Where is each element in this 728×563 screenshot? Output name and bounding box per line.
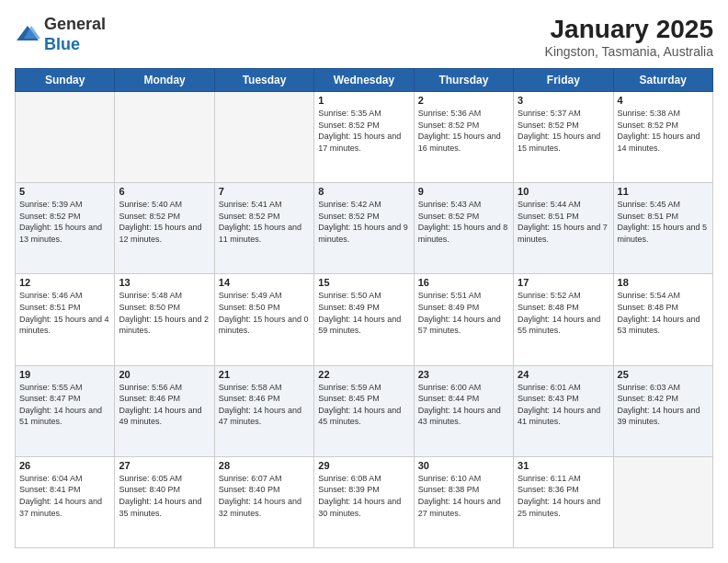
cell-day-number: 31 — [518, 460, 609, 471]
calendar-cell — [115, 92, 214, 183]
cell-info: Sunrise: 5:55 AM Sunset: 8:47 PM Dayligh… — [19, 382, 110, 428]
cell-info: Sunrise: 5:44 AM Sunset: 8:51 PM Dayligh… — [518, 199, 609, 245]
calendar-cell: 27Sunrise: 6:05 AM Sunset: 8:40 PM Dayli… — [115, 456, 214, 547]
cell-info: Sunrise: 6:07 AM Sunset: 8:40 PM Dayligh… — [219, 473, 310, 519]
cell-day-number: 5 — [19, 186, 110, 197]
calendar-cell: 5Sunrise: 5:39 AM Sunset: 8:52 PM Daylig… — [16, 183, 115, 274]
cell-info: Sunrise: 6:05 AM Sunset: 8:40 PM Dayligh… — [119, 473, 210, 519]
cell-info: Sunrise: 6:11 AM Sunset: 8:36 PM Dayligh… — [518, 473, 609, 519]
cell-day-number: 29 — [318, 460, 409, 471]
calendar-cell: 20Sunrise: 5:56 AM Sunset: 8:46 PM Dayli… — [115, 365, 214, 456]
calendar-cell: 4Sunrise: 5:38 AM Sunset: 8:52 PM Daylig… — [613, 92, 712, 183]
cell-day-number: 9 — [418, 186, 509, 197]
calendar-cell: 16Sunrise: 5:51 AM Sunset: 8:49 PM Dayli… — [414, 274, 513, 365]
calendar-cell: 24Sunrise: 6:01 AM Sunset: 8:43 PM Dayli… — [514, 365, 613, 456]
calendar-cell: 22Sunrise: 5:59 AM Sunset: 8:45 PM Dayli… — [314, 365, 414, 456]
calendar-cell: 29Sunrise: 6:08 AM Sunset: 8:39 PM Dayli… — [314, 456, 414, 547]
cell-info: Sunrise: 5:48 AM Sunset: 8:50 PM Dayligh… — [119, 290, 210, 336]
logo-general: General — [44, 15, 106, 33]
calendar-cell: 31Sunrise: 6:11 AM Sunset: 8:36 PM Dayli… — [514, 456, 613, 547]
calendar-cell: 18Sunrise: 5:54 AM Sunset: 8:48 PM Dayli… — [613, 274, 712, 365]
cell-day-number: 2 — [418, 95, 509, 106]
calendar-cell: 13Sunrise: 5:48 AM Sunset: 8:50 PM Dayli… — [115, 274, 214, 365]
cell-day-number: 4 — [618, 95, 709, 106]
cell-info: Sunrise: 5:59 AM Sunset: 8:45 PM Dayligh… — [318, 382, 409, 428]
cell-info: Sunrise: 5:35 AM Sunset: 8:52 PM Dayligh… — [318, 108, 409, 154]
calendar-week-3: 12Sunrise: 5:46 AM Sunset: 8:51 PM Dayli… — [16, 274, 713, 365]
cell-info: Sunrise: 5:42 AM Sunset: 8:52 PM Dayligh… — [318, 199, 409, 245]
cell-day-number: 21 — [219, 369, 310, 380]
day-headers: Sunday Monday Tuesday Wednesday Thursday… — [16, 69, 713, 92]
cell-info: Sunrise: 5:37 AM Sunset: 8:52 PM Dayligh… — [518, 108, 609, 154]
cell-info: Sunrise: 5:39 AM Sunset: 8:52 PM Dayligh… — [19, 199, 110, 245]
calendar-week-1: 1Sunrise: 5:35 AM Sunset: 8:52 PM Daylig… — [16, 92, 713, 183]
header-friday: Friday — [514, 69, 613, 92]
calendar-cell: 1Sunrise: 5:35 AM Sunset: 8:52 PM Daylig… — [314, 92, 414, 183]
cell-day-number: 7 — [219, 186, 310, 197]
cell-day-number: 25 — [618, 369, 709, 380]
cell-day-number: 24 — [518, 369, 609, 380]
cell-info: Sunrise: 5:54 AM Sunset: 8:48 PM Dayligh… — [618, 290, 709, 336]
calendar-cell: 2Sunrise: 5:36 AM Sunset: 8:52 PM Daylig… — [414, 92, 513, 183]
cell-info: Sunrise: 5:46 AM Sunset: 8:51 PM Dayligh… — [19, 290, 110, 336]
cell-day-number: 1 — [318, 95, 409, 106]
cell-info: Sunrise: 5:36 AM Sunset: 8:52 PM Dayligh… — [418, 108, 509, 154]
calendar-cell: 26Sunrise: 6:04 AM Sunset: 8:41 PM Dayli… — [16, 456, 115, 547]
page: General Blue January 2025 Kingston, Tasm… — [0, 0, 728, 563]
calendar-cell: 14Sunrise: 5:49 AM Sunset: 8:50 PM Dayli… — [214, 274, 313, 365]
cell-day-number: 27 — [119, 460, 210, 471]
calendar-cell — [16, 92, 115, 183]
cell-info: Sunrise: 5:51 AM Sunset: 8:49 PM Dayligh… — [418, 290, 509, 336]
calendar-cell — [613, 456, 712, 547]
cell-info: Sunrise: 5:49 AM Sunset: 8:50 PM Dayligh… — [219, 290, 310, 336]
cell-info: Sunrise: 5:58 AM Sunset: 8:46 PM Dayligh… — [219, 382, 310, 428]
calendar-title: January 2025 — [545, 15, 713, 44]
logo: General Blue — [15, 15, 106, 54]
calendar-cell: 12Sunrise: 5:46 AM Sunset: 8:51 PM Dayli… — [16, 274, 115, 365]
title-block: January 2025 Kingston, Tasmania, Austral… — [545, 15, 713, 59]
cell-info: Sunrise: 5:40 AM Sunset: 8:52 PM Dayligh… — [119, 199, 210, 245]
header: General Blue January 2025 Kingston, Tasm… — [15, 15, 713, 59]
cell-day-number: 15 — [318, 277, 409, 288]
cell-info: Sunrise: 5:45 AM Sunset: 8:51 PM Dayligh… — [618, 199, 709, 245]
header-monday: Monday — [115, 69, 214, 92]
calendar-cell: 15Sunrise: 5:50 AM Sunset: 8:49 PM Dayli… — [314, 274, 414, 365]
cell-info: Sunrise: 6:08 AM Sunset: 8:39 PM Dayligh… — [318, 473, 409, 519]
cell-day-number: 22 — [318, 369, 409, 380]
calendar-table: Sunday Monday Tuesday Wednesday Thursday… — [15, 68, 713, 548]
cell-info: Sunrise: 5:52 AM Sunset: 8:48 PM Dayligh… — [518, 290, 609, 336]
cell-day-number: 12 — [19, 277, 110, 288]
cell-day-number: 23 — [418, 369, 509, 380]
calendar-cell — [214, 92, 313, 183]
calendar-cell: 23Sunrise: 6:00 AM Sunset: 8:44 PM Dayli… — [414, 365, 513, 456]
header-saturday: Saturday — [613, 69, 712, 92]
cell-day-number: 10 — [518, 186, 609, 197]
cell-day-number: 17 — [518, 277, 609, 288]
calendar-cell: 30Sunrise: 6:10 AM Sunset: 8:38 PM Dayli… — [414, 456, 513, 547]
calendar-week-5: 26Sunrise: 6:04 AM Sunset: 8:41 PM Dayli… — [16, 456, 713, 547]
calendar-cell: 25Sunrise: 6:03 AM Sunset: 8:42 PM Dayli… — [613, 365, 712, 456]
cell-day-number: 19 — [19, 369, 110, 380]
calendar-cell: 6Sunrise: 5:40 AM Sunset: 8:52 PM Daylig… — [115, 183, 214, 274]
header-thursday: Thursday — [414, 69, 513, 92]
cell-day-number: 14 — [219, 277, 310, 288]
calendar-cell: 21Sunrise: 5:58 AM Sunset: 8:46 PM Dayli… — [214, 365, 313, 456]
cell-info: Sunrise: 6:04 AM Sunset: 8:41 PM Dayligh… — [19, 473, 110, 519]
cell-day-number: 8 — [318, 186, 409, 197]
calendar-cell: 10Sunrise: 5:44 AM Sunset: 8:51 PM Dayli… — [514, 183, 613, 274]
cell-info: Sunrise: 5:43 AM Sunset: 8:52 PM Dayligh… — [418, 199, 509, 245]
calendar-cell: 17Sunrise: 5:52 AM Sunset: 8:48 PM Dayli… — [514, 274, 613, 365]
cell-day-number: 11 — [618, 186, 709, 197]
cell-day-number: 16 — [418, 277, 509, 288]
logo-blue: Blue — [44, 35, 80, 53]
calendar-cell: 9Sunrise: 5:43 AM Sunset: 8:52 PM Daylig… — [414, 183, 513, 274]
cell-info: Sunrise: 6:01 AM Sunset: 8:43 PM Dayligh… — [518, 382, 609, 428]
cell-day-number: 18 — [618, 277, 709, 288]
cell-info: Sunrise: 6:10 AM Sunset: 8:38 PM Dayligh… — [418, 473, 509, 519]
cell-day-number: 28 — [219, 460, 310, 471]
cell-day-number: 13 — [119, 277, 210, 288]
calendar-cell: 3Sunrise: 5:37 AM Sunset: 8:52 PM Daylig… — [514, 92, 613, 183]
cell-day-number: 6 — [119, 186, 210, 197]
calendar-cell: 19Sunrise: 5:55 AM Sunset: 8:47 PM Dayli… — [16, 365, 115, 456]
cell-info: Sunrise: 6:00 AM Sunset: 8:44 PM Dayligh… — [418, 382, 509, 428]
